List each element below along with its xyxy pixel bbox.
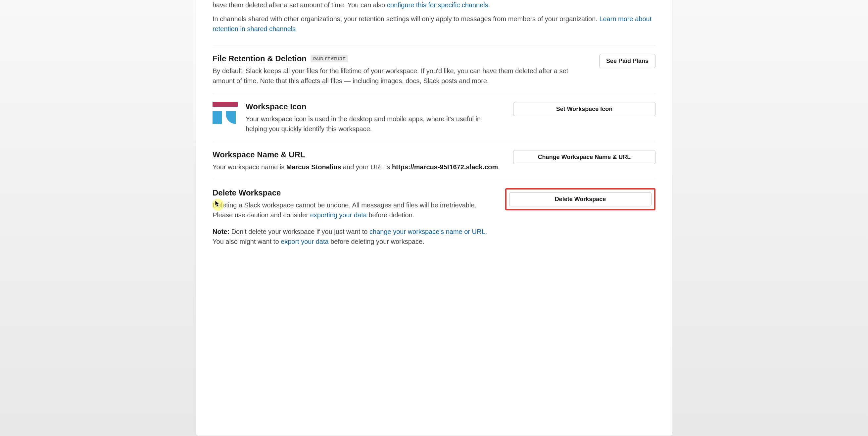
export-data-link[interactable]: export your data (281, 238, 329, 245)
exporting-data-link[interactable]: exporting your data (310, 211, 367, 219)
workspace-name-value: Marcus Stonelius (286, 163, 341, 171)
text: have them deleted after a set amount of … (213, 1, 387, 9)
retention-desc-1: have them deleted after a set amount of … (213, 0, 655, 14)
delete-workspace-section: Delete Workspace Deleting a Slack worksp… (213, 180, 655, 255)
delete-button-highlight: Delete Workspace (505, 188, 655, 210)
file-retention-desc: By default, Slack keeps all your files f… (213, 66, 586, 86)
workspace-icon-preview (213, 102, 238, 127)
delete-workspace-desc: Deleting a Slack workspace cannot be und… (213, 200, 492, 220)
title-text: Workspace Name & URL (213, 150, 305, 159)
file-retention-section: File Retention & Deletion PAID FEATURE B… (213, 46, 655, 94)
note-label: Note: (213, 228, 229, 235)
text: before deleting your workspace. (329, 238, 425, 245)
file-retention-title: File Retention & Deletion PAID FEATURE (213, 54, 586, 63)
title-text: File Retention & Deletion (213, 54, 307, 63)
delete-workspace-title: Delete Workspace (213, 188, 492, 198)
workspace-name-url-section: Workspace Name & URL Your workspace name… (213, 142, 655, 180)
message-retention-section-partial: have them deleted after a set amount of … (213, 0, 655, 46)
configure-channels-link[interactable]: configure this for specific channels (387, 1, 488, 9)
text: In channels shared with other organizati… (213, 15, 599, 23)
delete-workspace-note: Note: Don't delete your workspace if you… (213, 227, 492, 246)
change-name-url-link[interactable]: change your workspace's name or URL (369, 228, 485, 235)
text: before deletion. (367, 211, 414, 219)
workspace-icon-title: Workspace Icon (246, 102, 500, 111)
see-paid-plans-button[interactable]: See Paid Plans (599, 54, 655, 68)
text: and your URL is (341, 163, 392, 171)
change-workspace-name-url-button[interactable]: Change Workspace Name & URL (513, 150, 655, 164)
title-text: Delete Workspace (213, 188, 281, 198)
text: . (498, 163, 500, 171)
workspace-icon-desc: Your workspace icon is used in the deskt… (246, 114, 500, 134)
text: . (488, 1, 490, 9)
text: Your workspace name is (213, 163, 286, 171)
title-text: Workspace Icon (246, 102, 307, 111)
retention-desc-2: In channels shared with other organizati… (213, 14, 655, 38)
paid-feature-badge: PAID FEATURE (311, 55, 348, 62)
delete-workspace-button[interactable]: Delete Workspace (509, 192, 651, 206)
text: Don't delete your workspace if you just … (229, 228, 369, 235)
set-workspace-icon-button[interactable]: Set Workspace Icon (513, 102, 655, 116)
workspace-name-title: Workspace Name & URL (213, 150, 500, 159)
workspace-name-desc: Your workspace name is Marcus Stonelius … (213, 162, 500, 172)
workspace-icon-section: Workspace Icon Your workspace icon is us… (213, 94, 655, 142)
settings-panel: have them deleted after a set amount of … (196, 0, 672, 436)
workspace-url-value: https://marcus-95t1672.slack.com (392, 163, 498, 171)
